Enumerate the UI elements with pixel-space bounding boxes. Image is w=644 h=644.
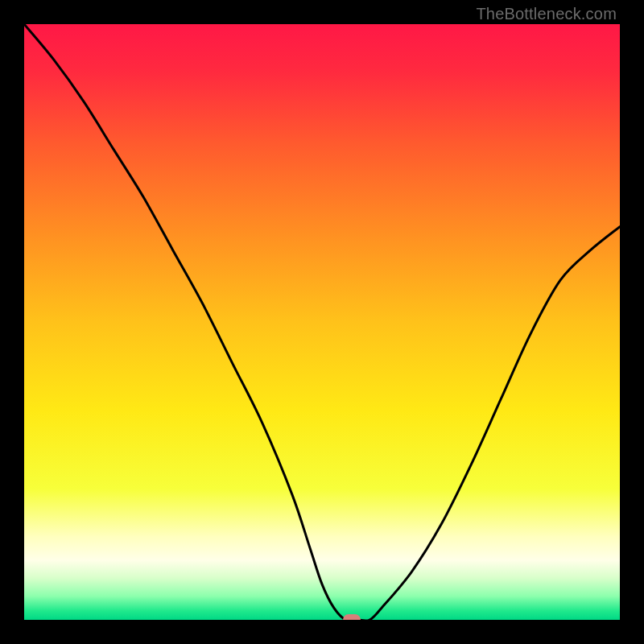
watermark-text: TheBottleneck.com <box>476 5 617 23</box>
plot-area <box>24 24 620 620</box>
bottleneck-curve <box>24 24 620 620</box>
chart-frame: TheBottleneck.com <box>0 0 644 644</box>
optimal-point-marker <box>343 614 361 620</box>
